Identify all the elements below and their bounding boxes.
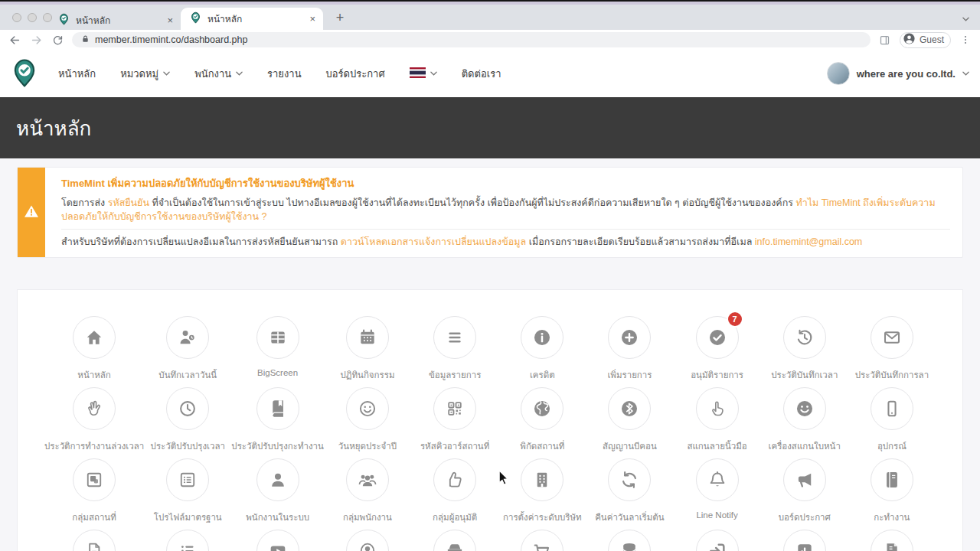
nav-item-1[interactable]: หมวดหมู่ [120, 66, 170, 82]
grid-item-row4-39[interactable]: $ [848, 530, 936, 551]
thumbs-up-icon[interactable] [433, 458, 476, 501]
grid-item-อนุมัติรายการ[interactable]: 7อนุมัติรายการ [674, 316, 761, 380]
grid-item-row4-34[interactable] [411, 530, 498, 551]
info-circle-icon[interactable] [521, 316, 564, 359]
grid-item-ประวัติปรับปรุงเวลา[interactable]: ประวัติปรับปรุงเวลา [144, 387, 231, 451]
list-lines-icon[interactable] [433, 316, 476, 359]
chart-box-icon[interactable] [783, 530, 826, 551]
grid-item-การตั้งค่าระดับบริษัท[interactable]: การตั้งค่าระดับบริษัท [498, 458, 586, 522]
grid-item-กลุ่มพนักงาน[interactable]: กลุ่มพนักงาน [324, 458, 411, 522]
building-icon[interactable] [521, 458, 564, 501]
grid-item-ข้อมูลรายการ[interactable]: ข้อมูลรายการ [411, 316, 498, 380]
invoice-icon[interactable]: $ [871, 530, 913, 551]
sign-in-icon[interactable] [696, 530, 739, 551]
grid-item-row4-32[interactable] [231, 530, 324, 551]
nav-item-3[interactable]: รายงาน [267, 66, 301, 82]
window-close-button[interactable] [12, 13, 21, 22]
grid-item-ประวัติปรับปรุงกะทำงาน[interactable]: ประวัติปรับปรุงกะทำงาน [231, 387, 324, 451]
list-card-icon[interactable] [166, 458, 209, 501]
grid-item-row4-36[interactable] [586, 530, 673, 551]
qr-code-icon[interactable] [433, 387, 476, 430]
nav-item-language-flag[interactable] [410, 67, 437, 80]
grid-item-วันหยุดประจำปี[interactable]: วันหยุดประจำปี [324, 387, 411, 451]
nav-item-6[interactable]: ติดต่อเรา [462, 66, 501, 82]
victory-hand-icon[interactable] [73, 387, 116, 430]
incognito-icon[interactable] [433, 530, 476, 551]
plus-circle-icon[interactable] [608, 316, 651, 359]
nav-item-0[interactable]: หน้าหลัก [58, 66, 96, 82]
grid-item-row4-38[interactable] [761, 530, 848, 551]
smiley-filled-icon[interactable] [783, 387, 826, 430]
megaphone-icon[interactable] [783, 458, 826, 501]
grid-item-row4-31[interactable] [144, 530, 231, 551]
notice-link[interactable]: รหัสยืนยัน [108, 197, 149, 208]
cart-icon[interactable] [521, 530, 564, 551]
grid-item-BigScreen[interactable]: BigScreen [231, 316, 324, 380]
mobile-icon[interactable] [871, 387, 913, 430]
profile-button[interactable]: Guest [900, 32, 951, 48]
grid-item-ประวัติบันทึกเวลา[interactable]: ประวัติบันทึกเวลา [761, 316, 848, 380]
grid-item-row4-33[interactable] [324, 530, 411, 551]
new-tab-button[interactable]: + [331, 8, 349, 27]
nav-item-4[interactable]: บอร์ดประกาศ [326, 66, 385, 82]
document-icon[interactable] [73, 530, 116, 551]
refresh-icon[interactable] [608, 458, 651, 501]
notice-link[interactable]: ดาวน์โหลดเอกสารแจ้งการเปลี่ยนแปลงข้อมูล [341, 236, 526, 247]
grid-item-กะทำงาน[interactable]: กะทำงาน [848, 458, 936, 522]
calendar-icon[interactable] [346, 316, 389, 359]
tab-overview-chevron-icon[interactable] [962, 11, 969, 24]
grid-item-สัญญานบีคอน[interactable]: สัญญานบีคอน [586, 387, 673, 451]
grid-item-รหัสคิวอาร์สถานที่[interactable]: รหัสคิวอาร์สถานที่ [411, 387, 498, 451]
back-icon[interactable] [8, 34, 21, 47]
address-bar[interactable]: member.timemint.co/dashboard.php [72, 32, 871, 47]
grid-item-กลุ่มผู้อนุมัติ[interactable]: กลุ่มผู้อนุมัติ [411, 458, 498, 522]
bullet-list-icon[interactable] [166, 530, 209, 551]
grid-item-พนักงานในระบบ[interactable]: พนักงานในระบบ [231, 458, 324, 522]
notice-link[interactable]: info.timemint@gmail.com [755, 236, 863, 247]
grid-item-ปฏิทินกิจกรรม[interactable]: ปฏิทินกิจกรรม [324, 316, 411, 380]
clock-icon[interactable] [166, 387, 209, 430]
window-zoom-button[interactable] [43, 13, 52, 22]
person-clock-icon[interactable] [166, 316, 209, 359]
nav-item-2[interactable]: พนักงาน [194, 66, 243, 82]
grid-item-โปรไฟล์มาตรฐาน[interactable]: โปรไฟล์มาตรฐาน [144, 458, 231, 522]
browser-tab-2-active[interactable]: หน้าหลัก × [181, 8, 323, 30]
grid-item-เพิ่มรายการ[interactable]: เพิ่มรายการ [586, 316, 673, 380]
tab-close-icon[interactable]: × [309, 14, 315, 24]
grid-item-คืนค่าวันลาเริ่มต้น[interactable]: คืนค่าวันลาเริ่มต้น [586, 458, 673, 522]
pointing-finger-icon[interactable] [696, 387, 739, 430]
grid-item-เครดิต[interactable]: เครดิต [498, 316, 586, 380]
grid-item-row4-35[interactable] [498, 530, 586, 551]
grid-item-ประวัติบันทึกการลา[interactable]: ประวัติบันทึกการลา [848, 316, 936, 380]
globe-icon[interactable] [521, 387, 564, 430]
window-minimize-button[interactable] [28, 13, 37, 22]
big-screen-icon[interactable] [256, 316, 299, 359]
grid-item-บอร์ดประกาศ[interactable]: บอร์ดประกาศ [761, 458, 848, 522]
bell-icon[interactable] [696, 458, 739, 501]
smiley-icon[interactable] [346, 387, 389, 430]
timemint-logo[interactable] [11, 57, 38, 90]
envelope-icon[interactable] [871, 316, 913, 359]
forward-icon[interactable] [29, 34, 43, 47]
grid-item-ประวัติการทำงานล่วงเวลา[interactable]: ประวัติการทำงานล่วงเวลา [44, 387, 144, 451]
side-panel-icon[interactable] [878, 34, 892, 46]
youtube-icon[interactable] [256, 530, 299, 551]
reload-icon[interactable] [51, 34, 64, 46]
grid-item-บันทึกเวลาวันนี้[interactable]: บันทึกเวลาวันนี้ [144, 316, 231, 380]
person-icon[interactable] [256, 458, 299, 501]
grid-item-อุปกรณ์[interactable]: อุปกรณ์ [848, 387, 936, 451]
book-icon[interactable] [871, 458, 913, 501]
grid-item-พิกัดสถานที่[interactable]: พิกัดสถานที่ [498, 387, 586, 451]
book-bookmark-icon[interactable] [256, 387, 299, 430]
browser-tab-1[interactable]: หน้าหลัก × [49, 10, 181, 30]
history-icon[interactable] [783, 316, 826, 359]
database-icon[interactable] [608, 530, 651, 551]
image-frame-icon[interactable] [73, 458, 116, 501]
account-menu[interactable]: where are you co.ltd. [827, 62, 969, 85]
check-circle-icon[interactable]: 7 [696, 316, 739, 359]
browser-menu-icon[interactable] [959, 34, 972, 45]
bluetooth-icon[interactable] [608, 387, 651, 430]
tab-close-icon[interactable]: × [167, 15, 173, 25]
grid-item-หน้าหลัก[interactable]: หน้าหลัก [44, 316, 144, 380]
grid-item-เครื่องสแกนใบหน้า[interactable]: เครื่องสแกนใบหน้า [761, 387, 848, 451]
